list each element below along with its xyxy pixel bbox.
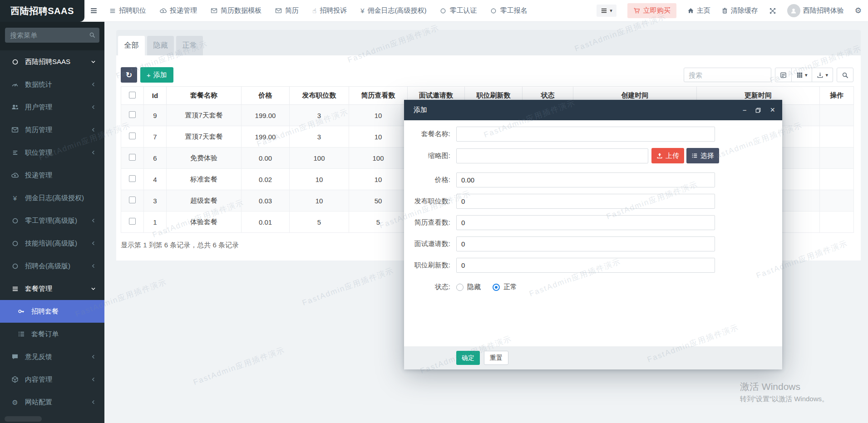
select-all-checkbox[interactable] bbox=[129, 92, 136, 98]
price-input[interactable] bbox=[456, 172, 715, 187]
clear-cache-link[interactable]: 清除缓存 bbox=[721, 6, 758, 15]
nav-item-commission-log[interactable]: ¥佣金日志(高级授权) bbox=[360, 6, 426, 15]
dialog-header[interactable]: 添加 − × bbox=[404, 100, 782, 120]
row-checkbox[interactable] bbox=[129, 218, 136, 225]
job-refresh-input[interactable] bbox=[456, 258, 715, 273]
tab-normal[interactable]: 正常 bbox=[176, 36, 203, 55]
chevron-left-icon bbox=[90, 241, 96, 246]
upload-button[interactable]: 上传 bbox=[651, 148, 684, 163]
table-view-buttons: ▾ ▾ bbox=[775, 68, 833, 82]
interview-invite-input[interactable] bbox=[456, 236, 715, 251]
job-count-input[interactable] bbox=[456, 194, 715, 209]
package-name-input[interactable] bbox=[456, 127, 715, 142]
confirm-button[interactable]: 确定 bbox=[456, 351, 480, 365]
tab-hidden[interactable]: 隐藏 bbox=[147, 36, 174, 55]
expand-icon bbox=[769, 7, 776, 15]
radio-checked-icon bbox=[493, 284, 500, 291]
tab-all[interactable]: 全部 bbox=[118, 36, 145, 55]
sidebar-toggle-icon[interactable] bbox=[90, 7, 98, 15]
sidebar-item-gig-mgmt[interactable]: 零工管理(高级版) bbox=[0, 209, 104, 232]
yen-icon: ¥ bbox=[360, 7, 364, 14]
field-label: 价格: bbox=[404, 176, 456, 184]
resume-view-input[interactable] bbox=[456, 215, 715, 230]
list-dots-icon bbox=[17, 330, 25, 338]
user-menu[interactable]: 西陆招聘体验 bbox=[787, 4, 844, 17]
select-all-cell bbox=[121, 87, 144, 105]
nav-item-gig-cert[interactable]: 零工认证 bbox=[440, 6, 477, 15]
home-link[interactable]: 主页 bbox=[687, 6, 710, 15]
status-tabs: 全部 隐藏 正常 bbox=[116, 30, 861, 55]
app-root: 招聘职位 投递管理 简历数据模板 简历 ☝招聘投诉 ¥佣金日志(高级授权) 零工… bbox=[0, 0, 868, 423]
circle-outline-icon bbox=[11, 240, 19, 247]
search-toggle-button[interactable] bbox=[837, 68, 853, 82]
settings-gear-icon[interactable]: ⚙ bbox=[855, 6, 862, 15]
sidebar-item-recruit-package[interactable]: 招聘套餐 bbox=[0, 300, 104, 323]
chevron-down-icon bbox=[90, 59, 96, 65]
radio-normal[interactable]: 正常 bbox=[493, 283, 517, 291]
sidebar-item-package-mgmt[interactable]: 套餐管理 bbox=[0, 277, 104, 300]
col-views[interactable]: 简历查看数 bbox=[349, 87, 408, 105]
row-checkbox[interactable] bbox=[129, 111, 136, 118]
sidebar-item-skill-training[interactable]: 技能培训(高级版) bbox=[0, 232, 104, 255]
yen-icon: ¥ bbox=[11, 195, 19, 202]
envelope-icon bbox=[275, 7, 282, 14]
row-checkbox[interactable] bbox=[129, 133, 136, 139]
export-button[interactable]: ▾ bbox=[812, 68, 833, 82]
trash-icon bbox=[721, 7, 728, 14]
columns-button[interactable]: ▾ bbox=[792, 68, 813, 82]
row-checkbox[interactable] bbox=[129, 175, 136, 182]
nav-menu-dropdown[interactable]: ▾ bbox=[597, 5, 616, 17]
app-logo[interactable]: 西陆招聘SAAS bbox=[0, 0, 84, 22]
sidebar-search-input[interactable] bbox=[5, 28, 99, 43]
add-button[interactable]: +添加 bbox=[140, 67, 173, 83]
col-id[interactable]: Id bbox=[144, 87, 167, 105]
sidebar-item-xilu-saas[interactable]: 西陆招聘SAAS bbox=[0, 50, 104, 73]
field-label: 套餐名称: bbox=[404, 130, 456, 138]
sidebar-scroll-handle[interactable] bbox=[5, 416, 42, 422]
nav-item-resume[interactable]: 简历 bbox=[275, 6, 299, 15]
col-jobs[interactable]: 发布职位数 bbox=[290, 87, 349, 105]
circle-outline-icon bbox=[11, 217, 19, 224]
sidebar-item-job-fair[interactable]: 招聘会(高级版) bbox=[0, 255, 104, 277]
reset-button[interactable]: 重置 bbox=[484, 351, 508, 365]
nav-item-gig-signup[interactable]: 零工报名 bbox=[490, 6, 527, 15]
sidebar-item-data-stats[interactable]: 数据统计 bbox=[0, 73, 104, 96]
thumbnail-input[interactable] bbox=[456, 148, 648, 163]
maximize-icon[interactable] bbox=[755, 107, 761, 113]
sidebar-item-site-config[interactable]: ⚙网站配置 bbox=[0, 391, 104, 413]
refresh-button[interactable]: ↻ bbox=[121, 67, 137, 83]
upload-icon bbox=[656, 152, 663, 159]
minimize-icon[interactable]: − bbox=[743, 106, 747, 114]
circle-outline-icon bbox=[11, 263, 19, 270]
sidebar-item-package-orders[interactable]: 套餐订单 bbox=[0, 323, 104, 345]
sidebar-item-content-mgmt[interactable]: 内容管理 bbox=[0, 368, 104, 391]
col-name[interactable]: 套餐名称 bbox=[167, 87, 242, 105]
close-icon[interactable]: × bbox=[770, 105, 775, 115]
sidebar-item-resume-mgmt[interactable]: 简历管理 bbox=[0, 118, 104, 141]
top-nav: 招聘职位 投递管理 简历数据模板 简历 ☝招聘投诉 ¥佣金日志(高级授权) 零工… bbox=[109, 6, 527, 15]
form-row-name: 套餐名称: bbox=[404, 127, 782, 142]
top-navbar: 招聘职位 投递管理 简历数据模板 简历 ☝招聘投诉 ¥佣金日志(高级授权) 零工… bbox=[0, 0, 868, 22]
buy-now-button[interactable]: 立即购买 bbox=[627, 3, 676, 18]
fullscreen-button[interactable] bbox=[769, 7, 776, 15]
nav-item-jobs[interactable]: 招聘职位 bbox=[109, 6, 146, 15]
sidebar-item-delivery-mgmt[interactable]: 投递管理 bbox=[0, 164, 104, 187]
sidebar-item-job-mgmt[interactable]: 职位管理 bbox=[0, 141, 104, 164]
sidebar-item-user-mgmt[interactable]: 用户管理 bbox=[0, 96, 104, 118]
nav-item-resume-template[interactable]: 简历数据模板 bbox=[211, 6, 261, 15]
row-checkbox[interactable] bbox=[129, 197, 136, 203]
col-price[interactable]: 价格 bbox=[242, 87, 290, 105]
caret-down-icon: ▾ bbox=[825, 72, 828, 78]
caret-down-icon: ▾ bbox=[805, 72, 808, 78]
row-checkbox[interactable] bbox=[129, 154, 136, 161]
nav-item-delivery[interactable]: 投递管理 bbox=[160, 6, 197, 15]
choose-button[interactable]: 选择 bbox=[686, 148, 719, 163]
cloud-upload-icon bbox=[160, 7, 167, 14]
detail-view-button[interactable] bbox=[775, 68, 792, 82]
sidebar-item-commission-log[interactable]: ¥佣金日志(高级授权) bbox=[0, 187, 104, 209]
sidebar-item-feedback[interactable]: 意见反馈 bbox=[0, 345, 104, 368]
chevron-left-icon bbox=[90, 150, 96, 156]
nav-item-complaint[interactable]: ☝招聘投诉 bbox=[312, 6, 347, 15]
radio-hidden[interactable]: 隐藏 bbox=[456, 283, 481, 291]
table-search-input[interactable] bbox=[684, 68, 771, 82]
